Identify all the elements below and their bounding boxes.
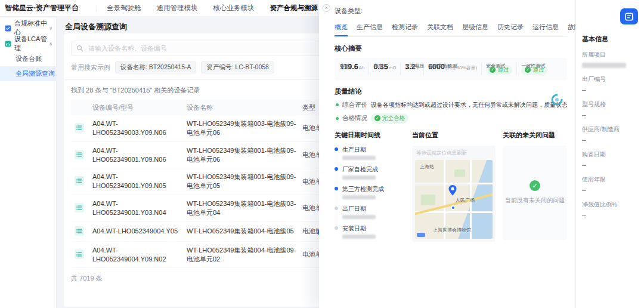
quality-overall-row: 综合评价 设备各项指标均达到或超过设计要求，无任何异常或未解决问题，质量状态优良… bbox=[336, 101, 567, 109]
app-root: 智储星云-资产管理平台 全景驾驶舱 通用管理模块 核心业务模块 资产合规与溯源 … bbox=[0, 0, 644, 308]
sidebar-group-label: 设备LCA管理 bbox=[14, 35, 49, 53]
tab-runtime-info[interactable]: 运行信息 bbox=[532, 23, 559, 36]
timeline-dot-pending bbox=[335, 226, 338, 230]
field-value-model-spec: -- bbox=[582, 112, 638, 118]
basic-info-title: 基本信息 bbox=[582, 35, 638, 44]
assistant-icon bbox=[625, 13, 633, 21]
timeline-dot-done bbox=[335, 187, 338, 190]
location-dot-marker bbox=[451, 205, 456, 210]
bullet-dot bbox=[336, 103, 339, 106]
field-value-service-life: -- bbox=[582, 187, 638, 193]
field-value-purchase-date: -- bbox=[582, 162, 638, 168]
field-label-project: 所属项目 bbox=[582, 51, 638, 59]
tab-related-docs[interactable]: 关联文档 bbox=[427, 23, 453, 36]
tab-overview[interactable]: 概览 bbox=[335, 23, 348, 36]
sidebar-item-device-ledger[interactable]: 设备台账 bbox=[0, 51, 56, 66]
nav-item-asset-compliance[interactable]: 资产合规与溯源 bbox=[270, 4, 318, 13]
field-label-supplier: 供应商/制造商 bbox=[582, 125, 638, 134]
device-name: WT-LHO052349集装箱003-电池簇09-电池单元06 bbox=[187, 119, 302, 137]
timeline-event: 厂家自检完成 bbox=[342, 165, 405, 180]
tab-history[interactable]: 历史记录 bbox=[497, 23, 524, 36]
field-label-residual-ratio: 净残值比例% bbox=[582, 201, 638, 209]
timeline-event: 出厂日期 bbox=[342, 205, 405, 219]
timeline-event: 安装日期 bbox=[342, 224, 405, 239]
device-code: A04.WT-LHO052349003.Y09.N06 bbox=[92, 119, 187, 137]
basic-info-panel: 基本信息 所属项目 出厂编号 -- 型号规格 -- 供应商/制造商 -- 购置日… bbox=[575, 0, 644, 308]
device-name: WT-LHO052349集装箱001-电池簇09-电池单元06 bbox=[187, 146, 302, 164]
device-name: WT-LHO052349集装箱001-电池簇09-电池单元05 bbox=[187, 173, 302, 190]
tab-inspection-records[interactable]: 检测记录 bbox=[392, 23, 418, 36]
field-value-supplier: -- bbox=[582, 137, 638, 143]
device-list-icon bbox=[75, 150, 84, 159]
drawer-tabs: 概览 生产信息 检测记录 关联文档 层级信息 历史记录 运行信息 故障预警 bbox=[335, 23, 567, 37]
redacted-date bbox=[342, 175, 376, 180]
metric-average-voltage: 平均电压 3.2V bbox=[400, 63, 423, 75]
timeline-column: 关键日期时间线 生产日期 厂家自检完成 第三方检测完成 bbox=[335, 131, 405, 244]
sidebar-group-compliance-center[interactable]: 合规标准中心 ∨ bbox=[0, 20, 56, 36]
quality-pass-row: 合格情况 ✓完全合格 bbox=[336, 113, 567, 124]
assistant-button[interactable] bbox=[620, 8, 638, 24]
nav-item-general-management[interactable]: 通用管理模块 bbox=[157, 4, 198, 13]
metric-capacity: 容量 119.6Ah bbox=[336, 63, 369, 75]
search-example-tag-device-name[interactable]: 设备名称: BT20250415-A bbox=[115, 61, 196, 73]
location-hint: 等待远端定位信息刷新 bbox=[416, 150, 493, 157]
field-label-model-spec: 型号规格 bbox=[582, 100, 638, 109]
device-type-label: 设备类型: bbox=[335, 7, 575, 16]
top-nav: 全景驾驶舱 通用管理模块 核心业务模块 资产合规与溯源 bbox=[107, 4, 318, 13]
decorative-swirl-graphic bbox=[550, 93, 564, 109]
field-label-factory-no: 出厂编号 bbox=[582, 75, 638, 84]
issues-title: 关联的未关闭问题 bbox=[503, 131, 567, 140]
field-label-purchase-date: 购置日期 bbox=[582, 150, 638, 159]
device-name: WT-LHO052349集装箱001-电池簇03-电池单元04 bbox=[187, 199, 302, 217]
map-label: 人民广场 bbox=[456, 197, 475, 204]
metric-consistency-test: 一致性测试 ✓通过 bbox=[516, 63, 552, 75]
check-circle-icon: ✓ bbox=[530, 180, 540, 191]
redacted-date bbox=[342, 235, 376, 239]
quality-conclusion-title: 质量结论 bbox=[335, 87, 567, 96]
field-value-factory-no: -- bbox=[582, 87, 638, 93]
column-header-code[interactable]: 设备编号/型号 bbox=[92, 103, 187, 112]
device-list-icon bbox=[75, 250, 84, 259]
fully-qualified-badge: ✓完全合格 bbox=[371, 113, 408, 124]
search-example-tag-asset-no[interactable]: 资产编号: LC-BT-0058 bbox=[201, 61, 274, 73]
nav-item-dashboard[interactable]: 全景驾驶舱 bbox=[107, 4, 141, 13]
timeline-dot-done bbox=[335, 147, 338, 151]
location-card: 等待远端定位信息刷新 上海站 人民广场 上海世博会博物馆 bbox=[412, 146, 496, 242]
device-code: A04.WT-LHO052349001.Y09.N06 bbox=[92, 146, 187, 164]
map-label: 上海站 bbox=[420, 164, 434, 170]
core-summary-title: 核心摘要 bbox=[335, 44, 567, 53]
chevron-down-icon: ∨ bbox=[49, 26, 52, 31]
sidebar: 合规标准中心 ∨ 设备LCA管理 ∧ 设备台账 全局溯源查询 bbox=[0, 17, 57, 308]
device-detail-drawer: × 设备类型: 概览 生产信息 检测记录 关联文档 层级信息 历史记录 运行信息… bbox=[319, 0, 575, 308]
compliance-center-icon bbox=[5, 25, 11, 32]
device-name: WT-LHO052349集装箱004-电池簇09-电池单元02 bbox=[187, 246, 302, 264]
device-code: A04.WT-LHO052349001.Y09.N05 bbox=[92, 173, 187, 190]
column-header-name[interactable]: 设备名称 bbox=[187, 103, 302, 112]
search-examples-label: 常用搜索示例 bbox=[71, 63, 110, 72]
location-title: 当前位置 bbox=[412, 131, 496, 140]
map-logo bbox=[417, 233, 425, 237]
app-title: 智储星云-资产管理平台 bbox=[5, 3, 79, 13]
location-pin-icon bbox=[448, 185, 457, 198]
timeline-event: 生产日期 bbox=[342, 146, 405, 160]
timeline-dot-done bbox=[335, 167, 338, 171]
sidebar-item-global-trace-query[interactable]: 全局溯源查询 bbox=[0, 66, 56, 81]
map-park bbox=[454, 170, 465, 177]
chevron-up-icon: ∧ bbox=[49, 41, 52, 47]
device-code: A04.WT-LHO052349004.Y05 bbox=[92, 227, 187, 236]
device-lca-icon bbox=[5, 41, 11, 47]
metric-cycle-life: 循环寿命预测 6000(剩余80%容量) bbox=[423, 63, 481, 75]
tab-hierarchy-info[interactable]: 层级信息 bbox=[462, 23, 488, 36]
redacted-date bbox=[342, 215, 376, 219]
device-list-icon bbox=[75, 176, 84, 186]
metric-safety-test: 安全测试 ✓通过 bbox=[481, 63, 516, 75]
location-column: 当前位置 等待远端定位信息刷新 上海站 人民广场 上海世博会 bbox=[412, 131, 496, 244]
no-issues-text: 当前没有未关闭的问题 bbox=[505, 196, 565, 205]
tab-production-info[interactable]: 生产信息 bbox=[357, 23, 383, 36]
nav-item-core-business[interactable]: 核心业务模块 bbox=[213, 4, 255, 13]
issues-column: 关联的未关闭问题 ✓ 当前没有未关闭的问题 bbox=[503, 131, 567, 244]
close-icon[interactable]: × bbox=[323, 4, 330, 12]
sidebar-group-lca[interactable]: 设备LCA管理 ∧ bbox=[0, 36, 56, 51]
timeline-event: 第三方检测完成 bbox=[342, 185, 405, 199]
map-thumbnail[interactable]: 上海站 人民广场 上海世博会博物馆 bbox=[415, 160, 493, 239]
